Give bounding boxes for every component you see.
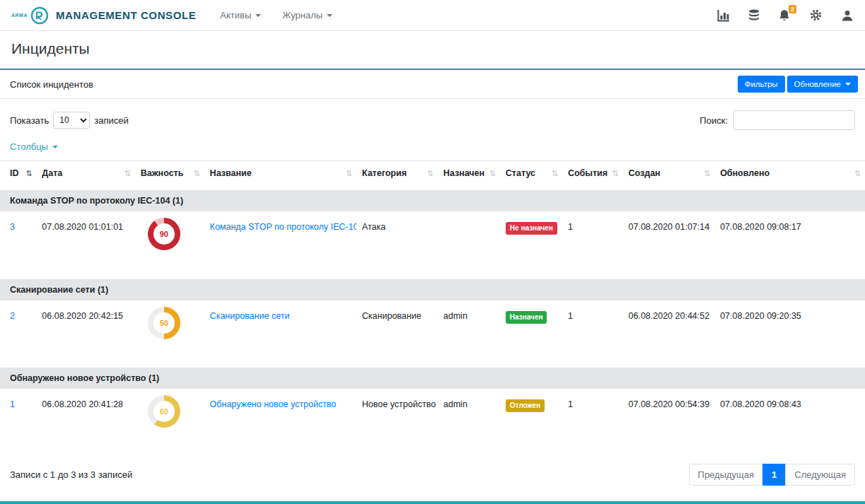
brand[interactable]: ARMA MANAGEMENT CONSOLE bbox=[11, 6, 196, 25]
search-input[interactable] bbox=[733, 110, 855, 130]
column-header-8[interactable]: Создан⇅ bbox=[623, 161, 715, 188]
user-profile-icon[interactable] bbox=[841, 9, 854, 22]
search-label: Поиск: bbox=[699, 115, 728, 126]
incident-severity-cell: 90 bbox=[135, 211, 204, 276]
records-label: записей bbox=[94, 115, 128, 126]
search-control: Поиск: bbox=[699, 110, 855, 130]
page-title-bar: Инциденты bbox=[0, 31, 865, 69]
chevron-down-icon bbox=[255, 14, 261, 17]
database-icon[interactable] bbox=[748, 9, 760, 22]
column-header-2[interactable]: Важность⇅ bbox=[135, 161, 204, 188]
sort-icon: ⇅ bbox=[427, 169, 434, 178]
incident-date: 06.08.2020 20:42:15 bbox=[36, 300, 134, 365]
chevron-down-icon bbox=[845, 83, 851, 86]
brand-title: MANAGEMENT CONSOLE bbox=[56, 9, 196, 21]
arma-logo-icon bbox=[30, 6, 49, 25]
incident-row: 206.08.2020 20:42:1550Сканирование сетиС… bbox=[0, 300, 865, 365]
sort-icon: ⇅ bbox=[489, 169, 496, 178]
incident-updated: 07.08.2020 09:20:35 bbox=[714, 300, 865, 365]
incident-updated: 07.08.2020 09:08:17 bbox=[714, 211, 865, 276]
incident-id-cell: 3 bbox=[0, 211, 36, 276]
group-header-row: Обнаружено новое устройство (1) bbox=[0, 365, 865, 389]
sort-icon: ⇅ bbox=[25, 169, 32, 178]
sort-icon: ⇅ bbox=[552, 169, 558, 178]
incident-id-link[interactable]: 2 bbox=[10, 311, 15, 321]
incident-id-cell: 1 bbox=[0, 389, 36, 454]
incident-row: 307.08.2020 01:01:0190Команда STOP по пр… bbox=[0, 211, 865, 276]
pagination-page-1[interactable]: 1 bbox=[762, 464, 786, 486]
incident-status-cell: Назначен bbox=[500, 300, 562, 365]
severity-donut: 50 bbox=[148, 307, 180, 339]
incident-severity-cell: 50 bbox=[135, 300, 204, 365]
page-length-control: Показать 10 записей bbox=[10, 112, 129, 129]
column-header-1[interactable]: Дата⇅ bbox=[36, 161, 134, 188]
column-header-4[interactable]: Категория⇅ bbox=[356, 161, 438, 188]
sort-icon: ⇅ bbox=[346, 169, 352, 178]
incident-id-link[interactable]: 3 bbox=[10, 222, 15, 232]
incident-status-cell: Отложен bbox=[500, 389, 562, 454]
page-length-select[interactable]: 10 bbox=[53, 112, 90, 129]
pagination: Предыдущая 1 Следующая bbox=[690, 464, 855, 486]
show-label: Показать bbox=[10, 115, 49, 126]
severity-value: 90 bbox=[153, 223, 175, 245]
page-title: Инциденты bbox=[11, 40, 854, 57]
chevron-down-icon bbox=[52, 146, 58, 148]
chevron-down-icon bbox=[327, 14, 332, 17]
column-header-7[interactable]: События⇅ bbox=[562, 161, 623, 188]
incident-events: 1 bbox=[562, 389, 623, 454]
refresh-dropdown-button[interactable]: Обновление bbox=[787, 76, 858, 93]
severity-value: 50 bbox=[153, 312, 175, 334]
sort-icon: ⇅ bbox=[193, 169, 199, 178]
pagination-next[interactable]: Следующая bbox=[785, 464, 855, 486]
top-navbar: ARMA MANAGEMENT CONSOLE Активы Журналы bbox=[0, 0, 865, 31]
incident-date: 07.08.2020 01:01:01 bbox=[36, 211, 134, 276]
filters-button[interactable]: Фильтры bbox=[738, 76, 785, 93]
incident-name-link[interactable]: Команда STOP по протоколу IEC-104 bbox=[210, 222, 356, 232]
sort-icon: ⇅ bbox=[854, 169, 861, 178]
sort-icon: ⇅ bbox=[612, 169, 618, 178]
incident-name-link[interactable]: Обнаружено новое устройство bbox=[210, 399, 337, 409]
incident-created: 07.08.2020 00:54:39 bbox=[623, 389, 715, 454]
incident-severity-cell: 60 bbox=[135, 389, 204, 454]
incident-category: Новое устройство bbox=[356, 389, 438, 454]
incident-name-link[interactable]: Сканирование сети bbox=[210, 311, 290, 321]
incident-status-cell: Не назначен bbox=[500, 211, 562, 276]
incident-id-link[interactable]: 1 bbox=[10, 399, 15, 409]
status-badge: Не назначен bbox=[506, 222, 557, 235]
card-header-buttons: Фильтры Обновление bbox=[738, 76, 858, 93]
column-header-0[interactable]: ID⇅ bbox=[0, 161, 36, 188]
sort-icon: ⇅ bbox=[704, 169, 710, 178]
table-header-row: ID⇅Дата⇅Важность⇅Название⇅Категория⇅Назн… bbox=[0, 161, 865, 188]
notification-badge: 2 bbox=[789, 5, 796, 14]
incident-date: 06.08.2020 20:41:28 bbox=[36, 389, 134, 454]
group-header-row: Команда STOP по протоколу IEC-104 (1) bbox=[0, 188, 865, 212]
settings-gear-icon[interactable] bbox=[809, 8, 823, 22]
column-header-5[interactable]: Назначен⇅ bbox=[438, 161, 500, 188]
group-header-label: Обнаружено новое устройство (1) bbox=[0, 365, 865, 389]
column-header-9[interactable]: Обновлено⇅ bbox=[714, 161, 865, 188]
incident-created: 06.08.2020 20:44:52 bbox=[623, 300, 715, 365]
card-title: Список инцидентов bbox=[10, 79, 93, 90]
incident-events: 1 bbox=[562, 300, 623, 365]
pagination-previous[interactable]: Предыдущая bbox=[689, 464, 764, 486]
columns-dropdown[interactable]: Столбцы bbox=[10, 141, 58, 152]
incident-name-cell: Сканирование сети bbox=[204, 300, 356, 365]
incident-assigned: admin bbox=[438, 389, 500, 454]
incident-assigned: admin bbox=[438, 300, 500, 365]
incident-category: Сканирование bbox=[356, 300, 438, 365]
status-badge: Отложен bbox=[506, 399, 545, 412]
accent-bottom-border bbox=[0, 501, 865, 504]
nav-menu-assets[interactable]: Активы bbox=[220, 10, 261, 20]
incidents-card: Список инцидентов Фильтры Обновление Пок… bbox=[0, 69, 865, 498]
reports-icon[interactable] bbox=[717, 9, 730, 22]
column-header-3[interactable]: Название⇅ bbox=[204, 161, 356, 188]
incidents-table: ID⇅Дата⇅Важность⇅Название⇅Категория⇅Назн… bbox=[0, 160, 865, 454]
severity-donut: 60 bbox=[148, 395, 180, 428]
brand-arma-text: ARMA bbox=[11, 13, 28, 18]
table-controls: Показать 10 записей Поиск: bbox=[0, 99, 865, 137]
column-header-6[interactable]: Статус⇅ bbox=[500, 161, 562, 188]
nav-menu-logs[interactable]: Журналы bbox=[282, 10, 332, 20]
incident-row: 106.08.2020 20:41:2860Обнаружено новое у… bbox=[0, 389, 865, 454]
incident-assigned bbox=[438, 211, 500, 276]
notifications-bell-icon[interactable]: 2 bbox=[778, 9, 791, 22]
